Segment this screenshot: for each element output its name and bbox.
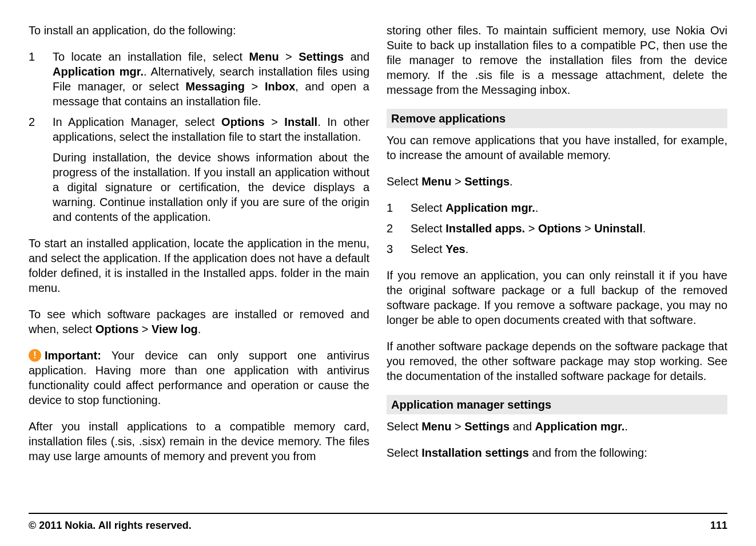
step-content: Select Installed apps. > Options > Unins… bbox=[411, 221, 727, 236]
remove-intro: You can remove applications that you hav… bbox=[387, 133, 727, 163]
section-app-mgr-settings-header: Application manager settings bbox=[387, 395, 727, 414]
right-column: storing other files. To maintain suffici… bbox=[387, 23, 727, 498]
remove-select: Select Menu > Settings. bbox=[387, 174, 727, 189]
step-1: 1 To locate an installation file, select… bbox=[29, 49, 369, 109]
para-memory-card: After you install applications to a comp… bbox=[29, 419, 369, 464]
para-start-app: To start an installed application, locat… bbox=[29, 236, 369, 295]
para-view-log: To see which software packages are insta… bbox=[29, 307, 369, 337]
install-steps: 1 To locate an installation file, select… bbox=[29, 49, 369, 224]
copyright-text: © 2011 Nokia. All rights reserved. bbox=[29, 520, 192, 532]
step-content: Select Application mgr.. bbox=[411, 200, 727, 215]
intro-text: To install an application, do the follow… bbox=[29, 23, 369, 38]
step-content: Select Yes. bbox=[411, 242, 727, 256]
important-label: Important: bbox=[45, 349, 101, 362]
page-number: 111 bbox=[710, 520, 727, 532]
exclamation-icon: ! bbox=[29, 349, 41, 362]
step-content: In Application Manager, select Options >… bbox=[53, 114, 369, 144]
remove-step-1: 1 Select Application mgr.. bbox=[387, 200, 727, 215]
step-2-sub: During installation, the device shows in… bbox=[53, 150, 369, 224]
step-number: 2 bbox=[387, 221, 411, 236]
remove-para2: If you remove an application, you can on… bbox=[387, 268, 727, 327]
settings-select: Select Menu > Settings and Application m… bbox=[387, 419, 727, 434]
remove-steps: 1 Select Application mgr.. 2 Select Inst… bbox=[387, 200, 727, 256]
remove-step-2: 2 Select Installed apps. > Options > Uni… bbox=[387, 221, 727, 236]
settings-para2: Select Installation settings and from th… bbox=[387, 445, 727, 460]
step-number: 1 bbox=[387, 200, 411, 215]
page-footer: © 2011 Nokia. All rights reserved. 111 bbox=[29, 513, 727, 532]
step-number: 2 bbox=[29, 114, 53, 144]
step-number: 1 bbox=[29, 49, 53, 109]
important-note: !Important: Your device can only support… bbox=[29, 348, 369, 407]
para-cont: storing other files. To maintain suffici… bbox=[387, 23, 727, 97]
left-column: To install an application, do the follow… bbox=[29, 23, 369, 498]
step-2: 2 In Application Manager, select Options… bbox=[29, 114, 369, 144]
remove-para3: If another software package depends on t… bbox=[387, 339, 727, 383]
section-remove-apps-header: Remove applications bbox=[387, 109, 727, 128]
step-number: 3 bbox=[387, 242, 411, 256]
remove-step-3: 3 Select Yes. bbox=[387, 242, 727, 256]
page-columns: To install an application, do the follow… bbox=[29, 23, 727, 498]
step-content: To locate an installation file, select M… bbox=[53, 49, 369, 109]
